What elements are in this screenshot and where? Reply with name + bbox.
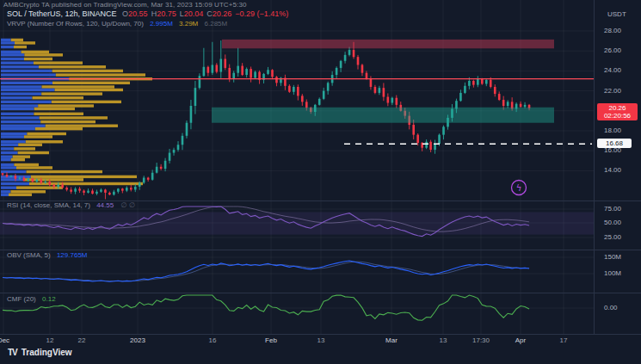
cmf-status-row: CMF (20) 0.12 (7, 295, 56, 303)
price-tick-label: 14.00 (604, 166, 621, 174)
ohlc-value: −0.29 (−1.41%) (235, 9, 288, 18)
chart-canvas[interactable]: ϟ (0, 0, 641, 364)
time-tick-label: 13 (440, 336, 447, 344)
vrvp-label: VRVP (Number Of Rows, 120, Up/Down, 70) (7, 20, 144, 28)
vrvp-down-volume: 3.29M (179, 20, 198, 28)
time-tick-label: Mar (385, 336, 398, 344)
rsi-tick-label: 75.00 (604, 205, 621, 213)
tradingview-logo-text: TradingView (22, 348, 72, 357)
price-tick-label: 26.00 (604, 46, 621, 54)
time-tick-label: 17 (560, 336, 568, 344)
price-axis-currency: USDT (607, 10, 626, 18)
symbol-title: SOL / TetherUS, 12h, BINANCE (7, 9, 117, 18)
price-tick-label: 22.00 (604, 87, 621, 95)
bar-countdown: 02:20:56 (597, 112, 638, 120)
time-tick-label: Feb (265, 336, 277, 344)
obv-tick-label: 150M (604, 253, 621, 261)
ohlc-value: 20.04 (184, 9, 204, 18)
obv-label: OBV (SMA, 5) (7, 251, 51, 259)
rsi-hidden-values: ∅ ∅ (120, 201, 134, 209)
ohlc-values: O20.55H20.75L20.04C20.26−0.29 (−1.41%) (119, 9, 288, 18)
last-price-badge: 20.26 02:20:56 (597, 103, 638, 120)
price-tick-label: 24.00 (604, 66, 621, 74)
tradingview-logo-icon: TV (8, 348, 17, 357)
vrvp-up-volume: 2.995M (150, 20, 173, 28)
level-price-badge: 16.68 (597, 139, 632, 148)
tradingview-chart-window: ϟ AMBCrypto TA published on TradingView.… (0, 0, 641, 364)
time-tick-label: 12 (46, 336, 54, 344)
lightning-marker-glyph: ϟ (516, 183, 522, 193)
time-tick-label: 16 (209, 336, 217, 344)
tradingview-logo[interactable]: TV TradingView (8, 348, 72, 357)
symbol-title-row: SOL / TetherUS, 12h, BINANCE O20.55H20.7… (7, 9, 288, 18)
vrvp-status-row: VRVP (Number Of Rows, 120, Up/Down, 70) … (7, 20, 227, 28)
last-price: 20.26 (597, 104, 638, 112)
rsi-value: 44.55 (96, 201, 114, 209)
attribution-text: AMBCrypto TA published on TradingView.co… (3, 1, 247, 9)
price-tick-label: 28.00 (604, 27, 621, 34)
rsi-status-row: RSI (14, close, SMA, 14, 7) 44.55 ∅ ∅ (7, 201, 135, 209)
cmf-value: 0.12 (42, 295, 56, 303)
time-tick-label: 2023 (130, 336, 145, 344)
rsi-tick-label: 50.00 (604, 219, 621, 226)
time-tick-label: 17:30 (472, 336, 490, 344)
rsi-label: RSI (14, close, SMA, 14, 7) (7, 201, 90, 209)
time-tick-label: 22 (78, 336, 86, 344)
obv-value: 129.765M (57, 251, 88, 259)
obv-status-row: OBV (SMA, 5) 129.765M (7, 251, 88, 259)
time-tick-label: Dec (0, 336, 9, 344)
cmf-label: CMF (20) (7, 295, 36, 303)
cmf-tick-label: 0.00 (604, 304, 618, 312)
time-tick-label: Apr (515, 336, 526, 344)
vrvp-total-volume: 6.285M (205, 20, 228, 28)
price-tick-label: 18.00 (604, 126, 621, 134)
rsi-tick-label: 25.00 (604, 233, 621, 241)
ohlc-value: 20.26 (213, 9, 232, 18)
obv-tick-label: 100M (604, 269, 621, 277)
time-tick-label: 13 (317, 336, 325, 344)
ohlc-value: 20.55 (128, 9, 148, 18)
ohlc-value: 20.75 (157, 9, 176, 18)
